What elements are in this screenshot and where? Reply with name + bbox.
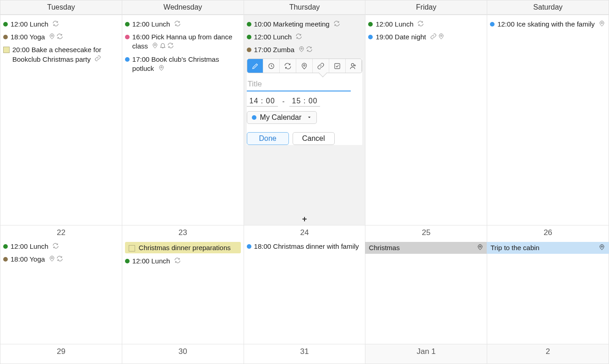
day-cell[interactable]: 29 [0, 344, 122, 364]
event-item[interactable]: 19:00 Date night [368, 32, 484, 43]
event-item[interactable]: 12:00 Lunch [368, 19, 484, 30]
event-item[interactable]: 18:00 Yoga [3, 254, 119, 265]
all-day-event[interactable]: Trip to the cabin [487, 242, 609, 254]
event-title-input[interactable] [247, 78, 351, 91]
event-time: 18:00 [11, 33, 28, 41]
calendar-color-dot [247, 244, 251, 249]
event-item[interactable]: 18:00 Christmas dinner with family [247, 241, 363, 252]
day-cell[interactable]: 26Trip to the cabin [487, 225, 609, 344]
svg-point-2 [160, 66, 162, 68]
event-title: Lunch [30, 20, 49, 28]
day-cell[interactable]: 2418:00 Christmas dinner with family [244, 225, 366, 344]
day-number: Jan 1 [368, 346, 484, 358]
event-time: 20:00 [12, 46, 30, 54]
svg-point-0 [51, 35, 53, 37]
event-time: 12:00 [132, 20, 150, 28]
location-tab[interactable] [296, 59, 313, 73]
repeat-icon [174, 257, 181, 266]
weekday-header: Wednesday [122, 0, 244, 14]
calendar-color-dot [3, 257, 8, 262]
day-cell[interactable]: 10:00 Marketing meeting 12:00 Lunch 17:0… [244, 15, 366, 225]
event-item[interactable]: 12:00 Lunch [125, 19, 241, 30]
event-list: 10:00 Marketing meeting 12:00 Lunch 17:0… [247, 17, 363, 56]
cancel-button[interactable]: Cancel [293, 132, 335, 145]
day-cell[interactable]: Jan 1 [365, 344, 487, 364]
calendar-color-dot [3, 244, 8, 249]
attendees-tab[interactable] [346, 59, 362, 73]
calendar-color-dot [125, 22, 130, 27]
event-item[interactable]: 17:00 Zumba [247, 44, 363, 56]
event-title: Zumba [273, 46, 294, 54]
location-icon [438, 33, 445, 42]
event-title: Lunch [152, 257, 170, 265]
calendar-grid: TuesdayWednesdayThursdayFridaySaturday 1… [0, 0, 609, 364]
repeat-tab[interactable] [280, 59, 296, 73]
day-number: 29 [3, 346, 119, 358]
done-button[interactable]: Done [247, 132, 289, 145]
event-item[interactable]: 10:00 Marketing meeting [247, 19, 363, 30]
repeat-icon [295, 33, 302, 42]
week-row: 293031Jan 12 [0, 344, 609, 364]
calendar-color-dot [490, 22, 495, 27]
start-time-field[interactable]: 14 : 00 [247, 96, 278, 107]
day-cell[interactable]: 12:00 Lunch 19:00 Date night [365, 15, 487, 225]
time-row: 14 : 00-15 : 00 [247, 96, 363, 107]
calendar-select[interactable]: My Calendar [247, 111, 317, 124]
weekday-header: Friday [365, 0, 487, 14]
event-time: 12:00 [497, 20, 515, 28]
svg-point-1 [154, 44, 156, 46]
event-item[interactable]: 12:00 Lunch [3, 241, 119, 252]
event-item[interactable]: 16:00 Pick Hanna up from dance class [125, 32, 241, 52]
day-cell[interactable]: 12:00 Ice skating with the family [487, 15, 609, 225]
day-cell[interactable]: 30 [122, 344, 244, 364]
calendar-color-dot [3, 35, 8, 39]
location-icon [598, 20, 605, 29]
svg-point-9 [601, 22, 603, 24]
day-number: 22 [3, 227, 119, 239]
link-icon [94, 55, 101, 64]
calendar-color-dot [247, 35, 251, 39]
location-icon [158, 64, 165, 74]
edit-tab[interactable] [247, 59, 264, 73]
time-tab[interactable] [263, 59, 280, 73]
calendar-body: 12:00 Lunch 18:00 Yoga 20:00 Bake a chee… [0, 15, 609, 364]
event-title: Date night [395, 33, 426, 41]
all-day-event[interactable]: Christmas [365, 242, 487, 254]
all-day-event[interactable]: Christmas dinner preparations [125, 242, 241, 253]
add-event-button[interactable]: + [244, 214, 365, 225]
location-icon [49, 255, 55, 264]
event-item[interactable]: 18:00 Yoga [3, 32, 119, 43]
event-item[interactable]: 12:00 Ice skating with the family [490, 19, 606, 30]
day-cell[interactable]: 31 [244, 344, 366, 364]
day-cell[interactable]: 25Christmas [365, 225, 487, 344]
event-time: 12:00 [11, 242, 28, 250]
time-dash: - [283, 97, 285, 105]
event-title: Christmas dinner preparations [139, 244, 237, 252]
day-number: 25 [368, 227, 484, 239]
event-item[interactable]: 12:00 Lunch [3, 19, 119, 30]
event-title: Yoga [29, 255, 45, 263]
button-row: DoneCancel [247, 132, 363, 145]
day-cell[interactable]: 2 [487, 344, 609, 364]
event-time: 10:00 [254, 20, 272, 28]
repeat-icon [306, 46, 313, 55]
day-cell[interactable]: 12:00 Lunch 18:00 Yoga 20:00 Bake a chee… [0, 15, 122, 225]
event-list: 12:00 Lunch 18:00 Yoga [3, 239, 119, 265]
location-icon [152, 42, 158, 51]
repeat-icon [417, 20, 424, 29]
event-item[interactable]: 17:00 Book club's Christmas potluck [125, 54, 241, 75]
event-item[interactable]: 20:00 Bake a cheesecake for Bookclub Chr… [3, 44, 119, 65]
location-icon [477, 244, 484, 252]
day-cell[interactable]: 2212:00 Lunch 18:00 Yoga [0, 225, 122, 344]
repeat-icon [174, 20, 181, 29]
day-cell[interactable]: 23Christmas dinner preparations12:00 Lun… [122, 225, 244, 344]
event-time: 12:00 [254, 33, 272, 41]
event-item[interactable]: 12:00 Lunch [247, 32, 363, 43]
svg-point-11 [479, 246, 481, 247]
day-number: 23 [125, 227, 241, 239]
end-time-field[interactable]: 15 : 00 [289, 96, 321, 107]
checklist-tab[interactable] [329, 59, 346, 73]
calendar-select-label: My Calendar [260, 113, 302, 122]
day-cell[interactable]: 12:00 Lunch 16:00 Pick Hanna up from dan… [122, 15, 244, 225]
event-item[interactable]: 12:00 Lunch [125, 256, 241, 267]
